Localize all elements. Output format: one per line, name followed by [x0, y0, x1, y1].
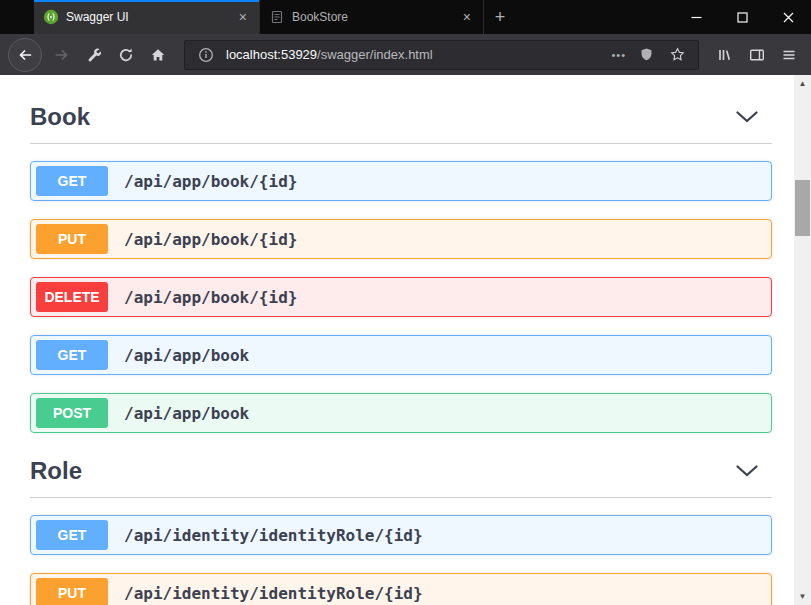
browser-viewport: BookGET/api/app/book/{id}PUT/api/app/boo… — [0, 75, 811, 605]
scroll-up-icon[interactable]: ▲ — [794, 75, 811, 92]
forward-button[interactable] — [48, 41, 76, 69]
endpoint-row[interactable]: POST/api/app/book — [30, 393, 772, 433]
site-info-icon[interactable] — [195, 44, 217, 66]
method-badge: PUT — [36, 578, 108, 605]
method-badge: GET — [36, 166, 108, 196]
endpoint-path: /api/app/book/{id} — [124, 288, 297, 307]
library-icon — [717, 47, 733, 63]
shield-icon[interactable] — [635, 44, 657, 66]
reload-button[interactable] — [112, 41, 140, 69]
tabbar-spacer — [516, 0, 673, 34]
method-badge: DELETE — [36, 282, 108, 312]
tab-bar: Swagger UI × BookStore × + — [0, 0, 811, 34]
section-title: Role — [30, 457, 82, 485]
new-tab-button[interactable]: + — [484, 0, 516, 34]
back-arrow-icon — [17, 47, 33, 63]
endpoint-path: /api/identity/identityRole/{id} — [124, 526, 423, 545]
minimize-button[interactable] — [673, 0, 719, 34]
section-header[interactable]: Role — [30, 451, 772, 498]
endpoint-path: /api/app/book — [124, 346, 249, 365]
swagger-favicon-icon — [43, 9, 59, 25]
endpoint-row[interactable]: DELETE/api/app/book/{id} — [30, 277, 772, 317]
tab-title: BookStore — [292, 10, 453, 24]
endpoint-path: /api/app/book — [124, 404, 249, 423]
endpoint-path: /api/app/book/{id} — [124, 172, 297, 191]
sidebar-icon — [749, 47, 765, 63]
scroll-down-icon[interactable]: ▼ — [794, 588, 811, 605]
wrench-icon — [86, 47, 102, 63]
window-controls — [673, 0, 811, 34]
tab-swagger-ui[interactable]: Swagger UI × — [34, 0, 259, 34]
api-section-role: RoleGET/api/identity/identityRole/{id}PU… — [30, 451, 772, 605]
maximize-button[interactable] — [719, 0, 765, 34]
chevron-down-icon[interactable] — [728, 465, 766, 477]
page-favicon-icon — [269, 9, 285, 25]
url-text: localhost:53929/swagger/index.html — [226, 47, 602, 62]
close-button[interactable] — [765, 0, 811, 34]
page-tools-button[interactable] — [80, 41, 108, 69]
method-badge: GET — [36, 340, 108, 370]
address-bar[interactable]: localhost:53929/swagger/index.html ••• — [184, 40, 699, 70]
api-sections: BookGET/api/app/book/{id}PUT/api/app/boo… — [0, 75, 794, 605]
method-badge: GET — [36, 520, 108, 550]
library-button[interactable] — [711, 41, 739, 69]
home-button[interactable] — [144, 41, 172, 69]
tab-bookstore[interactable]: BookStore × — [259, 0, 484, 34]
section-header[interactable]: Book — [30, 97, 772, 144]
endpoint-row[interactable]: GET/api/app/book — [30, 335, 772, 375]
method-badge: PUT — [36, 224, 108, 254]
api-section-book: BookGET/api/app/book/{id}PUT/api/app/boo… — [30, 97, 772, 433]
back-button[interactable] — [8, 38, 42, 72]
section-title: Book — [30, 103, 90, 131]
scrollbar-track[interactable] — [794, 92, 811, 588]
endpoint-path: /api/identity/identityRole/{id} — [124, 584, 423, 603]
url-domain: localhost:53929 — [226, 47, 317, 62]
scrollbar[interactable]: ▲ ▼ — [794, 75, 811, 605]
endpoint-row[interactable]: GET/api/identity/identityRole/{id} — [30, 515, 772, 555]
tab-title: Swagger UI — [66, 10, 229, 24]
hamburger-icon — [781, 47, 797, 63]
refresh-icon — [118, 47, 134, 63]
endpoint-row[interactable]: PUT/api/app/book/{id} — [30, 219, 772, 259]
scrollbar-thumb[interactable] — [795, 180, 810, 236]
tab-close-icon[interactable]: × — [460, 9, 474, 25]
navigation-bar: localhost:53929/swagger/index.html ••• — [0, 34, 811, 75]
endpoint-row[interactable]: PUT/api/identity/identityRole/{id} — [30, 573, 772, 605]
endpoint-row[interactable]: GET/api/app/book/{id} — [30, 161, 772, 201]
forward-arrow-icon — [54, 47, 70, 63]
browser-window: Swagger UI × BookStore × + — [0, 0, 811, 605]
tab-close-icon[interactable]: × — [236, 9, 250, 25]
sidebar-button[interactable] — [743, 41, 771, 69]
home-icon — [150, 47, 166, 63]
url-path: /swagger/index.html — [317, 47, 433, 62]
method-badge: POST — [36, 398, 108, 428]
endpoint-path: /api/app/book/{id} — [124, 230, 297, 249]
bookmark-star-icon[interactable] — [666, 44, 688, 66]
menu-button[interactable] — [775, 41, 803, 69]
window-drag-space — [0, 0, 34, 34]
page-actions-icon[interactable]: ••• — [611, 49, 626, 61]
chevron-down-icon[interactable] — [728, 111, 766, 123]
